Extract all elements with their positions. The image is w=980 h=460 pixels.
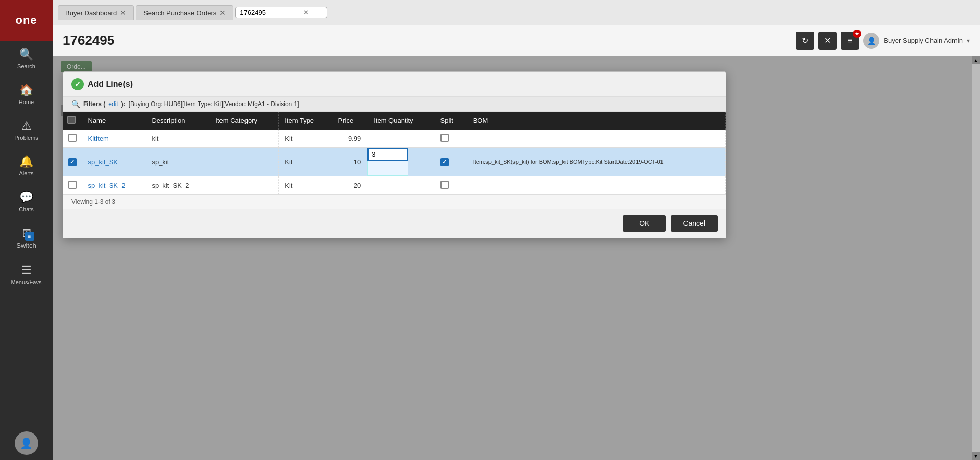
row2-price: 10 bbox=[332, 148, 368, 176]
sidebar-item-switch[interactable]: ⊞ ≡ Switch bbox=[0, 219, 53, 257]
select-all-checkbox[interactable] bbox=[67, 116, 76, 124]
add-lines-dialog: ✓ Add Line(s) 🔍 Filters ( edit ): [Buyin… bbox=[63, 71, 726, 238]
user-avatar: 👤 bbox=[863, 33, 879, 49]
close-button[interactable]: ✕ bbox=[818, 32, 837, 50]
switch-icon-wrap: ⊞ ≡ bbox=[22, 226, 31, 240]
home-icon: 🏠 bbox=[19, 84, 33, 97]
sidebar-item-search[interactable]: 🔍 Search bbox=[0, 41, 53, 76]
tab-buyer-dashboard-label: Buyer Dashboard bbox=[65, 9, 117, 17]
row3-price: 20 bbox=[332, 176, 368, 195]
row3-item-quantity bbox=[368, 176, 434, 195]
tab-search-po[interactable]: Search Purchase Orders ✕ bbox=[136, 5, 233, 20]
qty-input-wrap bbox=[368, 148, 433, 176]
tab-buyer-dashboard-close[interactable]: ✕ bbox=[120, 9, 126, 17]
row2-checkbox[interactable] bbox=[68, 158, 77, 166]
cancel-button[interactable]: Cancel bbox=[671, 215, 718, 232]
row2-checkbox-cell bbox=[63, 148, 82, 176]
row3-split-checkbox[interactable] bbox=[440, 181, 449, 189]
row3-name[interactable]: sp_kit_SK_2 bbox=[82, 176, 145, 195]
sidebar-item-label-problems: Problems bbox=[14, 135, 38, 141]
scroll-track bbox=[972, 64, 980, 452]
row1-split bbox=[434, 130, 467, 148]
row1-description: kit bbox=[145, 130, 209, 148]
table-row: sp_kit_SK sp_kit Kit 10 bbox=[63, 148, 726, 176]
row1-bom bbox=[467, 130, 725, 148]
row1-split-checkbox[interactable] bbox=[440, 134, 449, 142]
app-logo[interactable]: one bbox=[0, 0, 53, 41]
switch-overlay: ≡ bbox=[25, 232, 34, 241]
page-title: 1762495 bbox=[63, 33, 796, 48]
row2-name[interactable]: sp_kit_SK bbox=[82, 148, 145, 176]
filter-icon: 🔍 bbox=[71, 100, 80, 108]
menu-icon: ≡ bbox=[848, 36, 852, 45]
row1-name[interactable]: KitItem bbox=[82, 130, 145, 148]
table-header-row: Name Description Item Category Item Type… bbox=[63, 112, 726, 130]
row2-item-type: Kit bbox=[279, 148, 332, 176]
item-quantity-input[interactable] bbox=[368, 148, 408, 161]
dialog-header: ✓ Add Line(s) bbox=[63, 72, 726, 97]
viewing-bar: Viewing 1-3 of 3 bbox=[63, 195, 726, 209]
user-dropdown-icon[interactable]: ▾ bbox=[967, 37, 970, 44]
qty-dropdown-preview bbox=[368, 161, 408, 176]
row1-checkbox[interactable] bbox=[68, 134, 77, 142]
table-row: KitItem kit Kit 9.99 bbox=[63, 130, 726, 148]
menus-icon: ☰ bbox=[21, 264, 32, 277]
search-icon: 🔍 bbox=[19, 48, 33, 61]
row3-checkbox[interactable] bbox=[68, 181, 77, 189]
row2-split bbox=[434, 148, 467, 176]
tab-search-input-wrap: ✕ bbox=[235, 7, 327, 18]
sidebar-item-chats[interactable]: 💬 Chats bbox=[0, 184, 53, 219]
row3-bom bbox=[467, 176, 725, 195]
row2-bom-text: Item:sp_kit_SK(sp_kit) for BOM:sp_kit BO… bbox=[473, 159, 664, 165]
tab-search-input[interactable] bbox=[240, 9, 301, 16]
col-name: Name bbox=[82, 112, 145, 130]
sidebar-item-problems[interactable]: ⚠ Problems bbox=[0, 112, 53, 148]
alerts-icon: 🔔 bbox=[19, 155, 33, 168]
tab-search-po-close[interactable]: ✕ bbox=[219, 9, 226, 17]
problems-icon: ⚠ bbox=[21, 119, 32, 133]
table-wrap: Name Description Item Category Item Type… bbox=[63, 112, 726, 195]
header-actions: ↻ ✕ ≡ ★ 👤 Buyer Supply Chain Admin ▾ bbox=[796, 32, 970, 50]
dialog-header-icon: ✓ bbox=[71, 78, 84, 90]
user-avatar-icon: 👤 bbox=[867, 37, 876, 45]
user-area[interactable]: 👤 Buyer Supply Chain Admin ▾ bbox=[863, 33, 970, 49]
filters-label: Filters ( bbox=[83, 100, 105, 108]
row1-checkbox-cell bbox=[63, 130, 82, 148]
ok-button[interactable]: OK bbox=[623, 215, 666, 232]
row2-split-checkbox[interactable] bbox=[440, 158, 449, 166]
row3-split bbox=[434, 176, 467, 195]
refresh-button[interactable]: ↻ bbox=[796, 32, 814, 50]
sidebar-item-label-search: Search bbox=[17, 63, 35, 69]
avatar-icon: 👤 bbox=[20, 437, 33, 449]
row3-description: sp_kit_SK_2 bbox=[145, 176, 209, 195]
row3-item-category bbox=[209, 176, 279, 195]
row2-description: sp_kit bbox=[145, 148, 209, 176]
scrollbar-right[interactable]: ▲ ▼ bbox=[972, 56, 980, 460]
lines-table: Name Description Item Category Item Type… bbox=[63, 112, 726, 195]
row1-price: 9.99 bbox=[332, 130, 368, 148]
col-split: Split bbox=[434, 112, 467, 130]
tab-search-po-label: Search Purchase Orders bbox=[143, 9, 216, 17]
row1-item-quantity bbox=[368, 130, 434, 148]
dialog-title: Add Line(s) bbox=[88, 80, 133, 89]
col-price: Price bbox=[332, 112, 368, 130]
dialog-footer: OK Cancel bbox=[63, 209, 726, 238]
sidebar-item-home[interactable]: 🏠 Home bbox=[0, 76, 53, 112]
scroll-down-btn[interactable]: ▼ bbox=[972, 452, 980, 460]
avatar[interactable]: 👤 bbox=[15, 431, 38, 455]
row2-item-category bbox=[209, 148, 279, 176]
menu-button[interactable]: ≡ ★ bbox=[841, 32, 859, 50]
sidebar: one 🔍 Search 🏠 Home ⚠ Problems 🔔 Alerts … bbox=[0, 0, 53, 460]
user-name: Buyer Supply Chain Admin bbox=[884, 37, 963, 44]
refresh-icon: ↻ bbox=[802, 36, 808, 45]
sidebar-item-label-switch: Switch bbox=[16, 242, 36, 249]
tab-search-clear-icon[interactable]: ✕ bbox=[303, 9, 309, 16]
filters-edit-link[interactable]: edit bbox=[108, 100, 118, 108]
viewing-text: Viewing 1-3 of 3 bbox=[71, 198, 115, 206]
tab-buyer-dashboard[interactable]: Buyer Dashboard ✕ bbox=[58, 5, 134, 20]
sidebar-item-menus[interactable]: ☰ Menus/Favs bbox=[0, 257, 53, 292]
filters-value: [Buying Org: HUB6][Item Type: Kit][Vendo… bbox=[129, 100, 299, 108]
scroll-up-btn[interactable]: ▲ bbox=[972, 56, 980, 64]
sidebar-item-alerts[interactable]: 🔔 Alerts bbox=[0, 148, 53, 184]
row3-checkbox-cell bbox=[63, 176, 82, 195]
